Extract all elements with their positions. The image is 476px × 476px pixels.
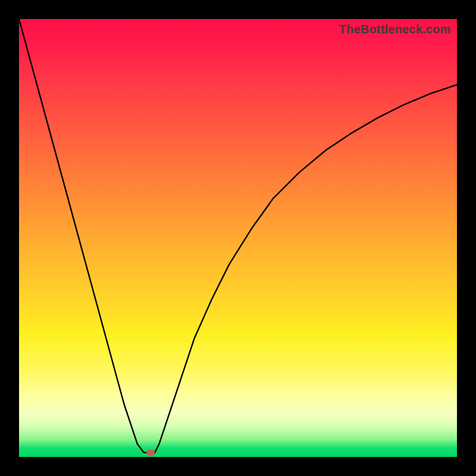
line-curve bbox=[19, 19, 457, 457]
plot-area: TheBottleneck.com bbox=[19, 19, 457, 457]
minimum-marker bbox=[146, 449, 155, 456]
chart-container: TheBottleneck.com bbox=[0, 0, 476, 476]
